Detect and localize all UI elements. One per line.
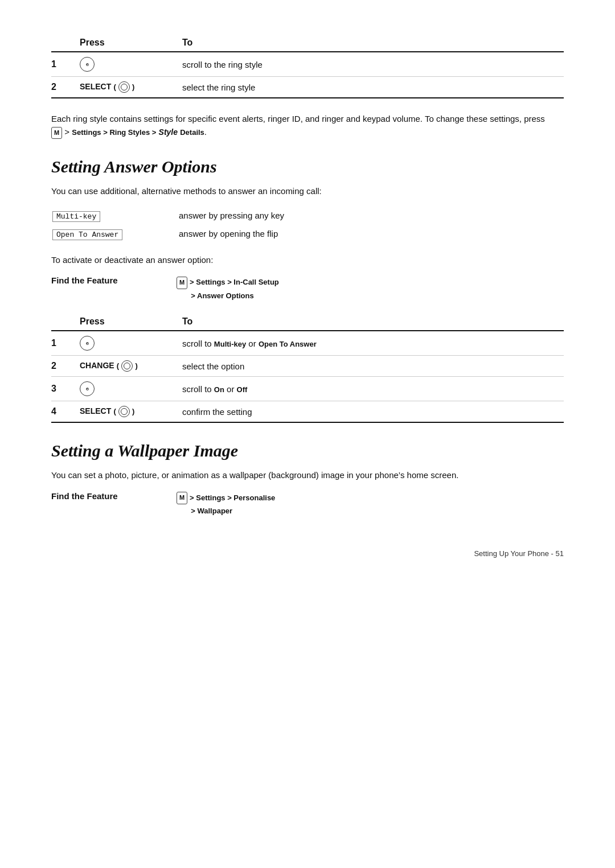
find-feature-label: Find the Feature [51, 275, 177, 285]
table-col-num [51, 313, 80, 331]
open-to-answer-label: Open To Answer [52, 229, 122, 240]
wallpaper-find-feature-path: M > Settings > Personalise > Wallpaper [177, 491, 275, 517]
row-num: 1 [51, 331, 80, 356]
settings-path: Settings > Ring Styles > [72, 128, 156, 137]
multi-key-bold: Multi-key [214, 340, 246, 348]
intro-text: Each ring style contains settings for sp… [51, 114, 545, 124]
top-table-col-press-label: Press [80, 34, 182, 52]
section1-title: Setting Answer Options [51, 157, 564, 176]
menu-icon: M [177, 492, 187, 504]
multi-key-label: Multi-key [52, 211, 100, 222]
table-col-press: Press [80, 313, 182, 331]
find-feature-block: Find the Feature M > Settings > In-Call … [51, 275, 564, 302]
settings-personalise-path: > Settings > Personalise [190, 493, 275, 502]
row-press [80, 377, 182, 401]
top-table-col-press [51, 34, 80, 52]
paren-open: ( [117, 361, 119, 370]
menu-icon: M [177, 277, 187, 289]
option-label-cell: Open To Answer [52, 226, 178, 243]
period: . [204, 127, 207, 137]
row-num: 4 [51, 401, 80, 423]
soft-key-inner [121, 84, 128, 90]
table-row: 2 CHANGE ( ) select the option [51, 356, 564, 377]
style-italic: Style [159, 127, 178, 137]
row-press: SELECT ( ) [80, 77, 182, 98]
option-label-cell: Multi-key [52, 208, 178, 225]
option-desc: answer by pressing any key [179, 208, 563, 225]
row-to: scroll to Multi-key or Open To Answer [182, 331, 564, 356]
nav-rocker-icon [80, 381, 95, 396]
row-num: 1 [51, 52, 80, 77]
soft-key-icon [121, 360, 133, 372]
intro-paragraph: Each ring style contains settings for sp… [51, 112, 564, 139]
row-to: scroll to the ring style [182, 52, 564, 77]
row-to: select the option [182, 356, 564, 377]
section1-para: You can use additional, alternative meth… [51, 184, 564, 198]
activate-para: To activate or deactivate an answer opti… [51, 253, 564, 266]
select-label: SELECT [80, 406, 111, 416]
menu-icon: M [51, 127, 62, 139]
nav-rocker-icon [80, 336, 95, 351]
row-num: 3 [51, 377, 80, 401]
table-row: 4 SELECT ( ) confirm the setting [51, 401, 564, 423]
find-feature-path: M > Settings > In-Call Setup > Answer Op… [177, 275, 279, 302]
soft-key-icon [118, 406, 130, 417]
soft-key-inner [121, 408, 128, 415]
section2-title: Setting a Wallpaper Image [51, 441, 564, 460]
footer-text: Setting Up Your Phone - 51 [474, 549, 564, 558]
wallpaper-find-feature-label: Find the Feature [51, 491, 177, 501]
row-press: CHANGE ( ) [80, 356, 182, 377]
paren-close: ) [132, 83, 134, 91]
answer-options-table: Press To 1 scroll to Multi-key or Open T… [51, 313, 564, 423]
paren-close: ) [132, 407, 134, 416]
table-row: 1 scroll to Multi-key or Open To Answer [51, 331, 564, 356]
row-num: 2 [51, 356, 80, 377]
select-label: SELECT [80, 82, 111, 91]
open-to-answer-bold: Open To Answer [259, 340, 317, 348]
soft-key-inner [124, 363, 130, 369]
answer-options-path: > Answer Options [177, 291, 254, 300]
nav-dot [86, 63, 89, 66]
row-to: scroll to On or Off [182, 377, 564, 401]
table-row: 3 scroll to On or Off [51, 377, 564, 401]
paren-open: ( [113, 83, 116, 91]
details-bold: Details [180, 128, 204, 137]
row-to: confirm the setting [182, 401, 564, 423]
wallpaper-path: > Wallpaper [177, 507, 232, 515]
table-row: 2 SELECT ( ) select the ring style [51, 77, 564, 98]
paren-close: ) [136, 361, 138, 370]
row-to: select the ring style [182, 77, 564, 98]
footer: Setting Up Your Phone - 51 [51, 545, 564, 558]
section2-para: You can set a photo, picture, or animati… [51, 468, 564, 482]
list-item: Multi-key answer by pressing any key [52, 208, 563, 225]
or-text: or [246, 339, 259, 348]
settings-in-call-path: > Settings > In-Call Setup [190, 278, 279, 286]
wallpaper-find-feature-block: Find the Feature M > Settings > Personal… [51, 491, 564, 517]
list-item: Open To Answer answer by opening the fli… [52, 226, 563, 243]
scroll-text: scroll to [182, 339, 214, 348]
or-text: or [224, 384, 237, 394]
paren-open: ( [113, 407, 116, 416]
nav-dot [86, 388, 89, 390]
row-press [80, 52, 182, 77]
table-row: 1 scroll to the ring style [51, 52, 564, 77]
nav-rocker-icon [80, 57, 95, 72]
soft-key-icon [118, 81, 130, 93]
top-table-col-to: To [182, 34, 564, 52]
off-bold: Off [237, 385, 248, 394]
on-bold: On [214, 385, 224, 394]
row-num: 2 [51, 77, 80, 98]
row-press: SELECT ( ) [80, 401, 182, 423]
row-press [80, 331, 182, 356]
nav-dot [86, 342, 89, 345]
intro-path-start: > [64, 127, 72, 137]
scroll-text: scroll to [182, 384, 214, 394]
options-table: Multi-key answer by pressing any key Ope… [51, 207, 564, 244]
change-label: CHANGE [80, 361, 114, 370]
table-col-to: To [182, 313, 564, 331]
top-instruction-table: Press To 1 scroll to the ring style 2 SE… [51, 34, 564, 98]
option-desc: answer by opening the flip [179, 226, 563, 243]
